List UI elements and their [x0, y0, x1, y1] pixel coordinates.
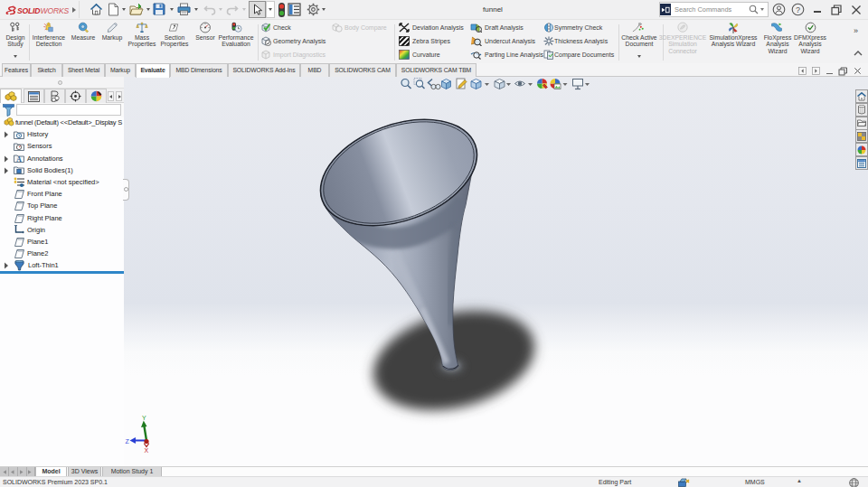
svg-text:?: ? — [796, 5, 800, 14]
svg-text:X: X — [145, 447, 149, 454]
svg-text:Y: Y — [142, 415, 146, 421]
svg-text:Z: Z — [126, 438, 130, 445]
svg-text:SOLID: SOLID — [17, 6, 40, 15]
svg-text:A: A — [16, 155, 22, 163]
svg-text:WORKS: WORKS — [41, 6, 70, 15]
